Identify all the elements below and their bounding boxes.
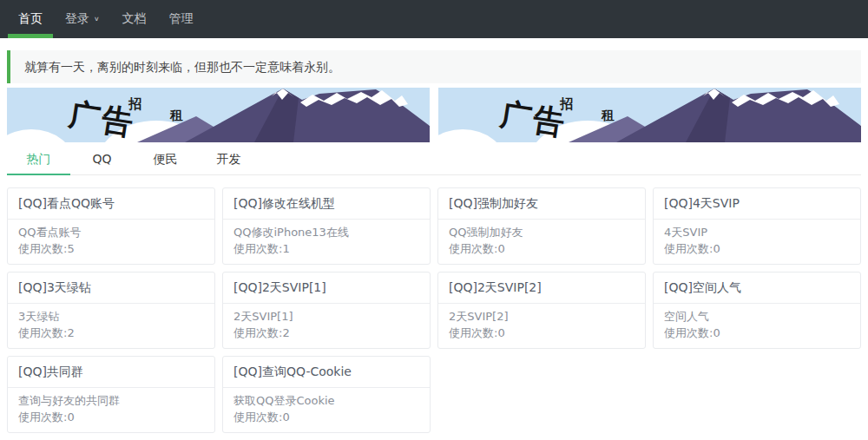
card-body: QQ强制加好友 使用次数:0 [438,220,645,264]
tab-dev[interactable]: 开发 [197,148,260,174]
card-description: 查询与好友的共同群 [18,392,204,409]
banner-ad-text-small-1: 招 [559,96,573,112]
card-usage-count: 使用次数:2 [233,325,419,341]
nav-item-login[interactable]: 登录 ∨ [54,0,111,38]
card-description: 空间人气 [664,308,850,325]
nav-item-home[interactable]: 首页 [7,0,54,38]
nav-item-label: 首页 [18,11,43,27]
tool-card[interactable]: [QQ]查询QQ-Cookie 获取QQ登录Cookie 使用次数:0 [222,356,431,433]
card-title: [QQ]强制加好友 [438,188,645,220]
card-title: [QQ]修改在线机型 [223,188,430,220]
tool-card[interactable]: [QQ]修改在线机型 QQ修改iPhone13在线 使用次数:1 [222,187,431,265]
category-tabs: 热门 QQ 便民 开发 [7,148,861,175]
banner-ad-text-small-2: 租 [601,108,615,123]
tool-card[interactable]: [QQ]3天绿钻 3天绿钻 使用次数:2 [7,272,215,349]
tab-label: 开发 [217,152,241,166]
card-body: 获取QQ登录Cookie 使用次数:0 [223,388,430,432]
nav-item-label: 文档 [122,11,147,27]
active-tab-underline [7,174,70,175]
card-description: 4天SVIP [664,224,850,240]
tab-qq[interactable]: QQ [70,148,134,174]
card-body: 2天SVIP[1] 使用次数:2 [223,304,430,348]
card-description: QQ修改iPhone13在线 [233,224,419,240]
card-usage-count: 使用次数:0 [664,325,850,341]
card-description: 获取QQ登录Cookie [233,392,419,409]
card-usage-count: 使用次数:0 [664,240,850,257]
tab-label: 便民 [154,152,178,166]
tool-card[interactable]: [QQ]4天SVIP 4天SVIP 使用次数:0 [653,187,861,265]
nav-item-label: 登录 [65,11,89,27]
ad-banner-left[interactable]: 广告 招 租 [7,88,430,142]
card-usage-count: 使用次数:2 [18,325,204,341]
tool-card[interactable]: [QQ]共同群 查询与好友的共同群 使用次数:0 [7,356,215,433]
card-title: [QQ]共同群 [8,357,214,388]
card-usage-count: 使用次数:0 [449,325,635,341]
card-usage-count: 使用次数:0 [449,240,635,257]
nav-item-docs[interactable]: 文档 [111,0,158,38]
card-title: [QQ]2天SVIP[2] [438,273,645,304]
card-description: QQ强制加好友 [449,224,635,240]
card-body: 空间人气 使用次数:0 [654,304,860,348]
card-description: 2天SVIP[1] [233,308,419,325]
card-description: QQ看点账号 [18,224,204,240]
tool-card[interactable]: [QQ]看点QQ账号 QQ看点账号 使用次数:5 [7,187,215,265]
tab-label: QQ [92,152,111,166]
card-body: QQ看点账号 使用次数:5 [8,220,214,264]
notice-text: 就算有一天，离别的时刻来临，但那也不一定意味着永别。 [24,60,340,74]
tab-convenience[interactable]: 便民 [134,148,197,174]
tool-card[interactable]: [QQ]2天SVIP[2] 2天SVIP[2] 使用次数:0 [437,272,646,349]
tool-card[interactable]: [QQ]2天SVIP[1] 2天SVIP[1] 使用次数:2 [222,272,431,349]
tool-card[interactable]: [QQ]强制加好友 QQ强制加好友 使用次数:0 [437,187,646,265]
tab-label: 热门 [27,152,51,166]
notice-bar: 就算有一天，离别的时刻来临，但那也不一定意味着永别。 [7,50,861,83]
card-title: [QQ]3天绿钻 [8,273,214,304]
card-body: 查询与好友的共同群 使用次数:0 [8,388,214,432]
card-title: [QQ]4天SVIP [654,188,860,220]
navbar: 首页 登录 ∨ 文档 管理 [0,0,868,38]
ad-banner-illustration: 广告 招 租 [7,88,430,142]
card-usage-count: 使用次数:0 [233,409,419,425]
ad-banner-right[interactable]: 广告 招 租 [438,88,861,142]
card-title: [QQ]查询QQ-Cookie [223,357,430,388]
ad-banner-illustration: 广告 招 租 [438,88,861,142]
card-usage-count: 使用次数:0 [18,409,204,425]
card-description: 2天SVIP[2] [449,308,635,325]
card-title: [QQ]2天SVIP[1] [223,273,430,304]
card-body: 2天SVIP[2] 使用次数:0 [438,304,645,348]
banner-ad-text-small-2: 租 [169,108,183,123]
tool-card[interactable]: [QQ]空间人气 空间人气 使用次数:0 [653,272,861,349]
card-title: [QQ]看点QQ账号 [8,188,214,220]
nav-item-admin[interactable]: 管理 [158,0,205,38]
card-usage-count: 使用次数:5 [18,240,204,257]
card-description: 3天绿钻 [18,308,204,325]
banner-row: 广告 招 租 广告 招 租 [7,88,861,142]
card-usage-count: 使用次数:1 [233,240,419,257]
chevron-down-icon: ∨ [94,16,100,23]
card-body: QQ修改iPhone13在线 使用次数:1 [223,220,430,264]
banner-ad-text-small-1: 招 [128,96,141,112]
active-nav-underline [8,34,53,38]
card-grid: [QQ]看点QQ账号 QQ看点账号 使用次数:5 [QQ]修改在线机型 QQ修改… [7,187,861,433]
card-title: [QQ]空间人气 [654,273,860,304]
nav-item-label: 管理 [169,11,194,27]
card-body: 4天SVIP 使用次数:0 [654,220,860,264]
tab-hot[interactable]: 热门 [7,148,70,174]
card-body: 3天绿钻 使用次数:2 [8,304,214,348]
